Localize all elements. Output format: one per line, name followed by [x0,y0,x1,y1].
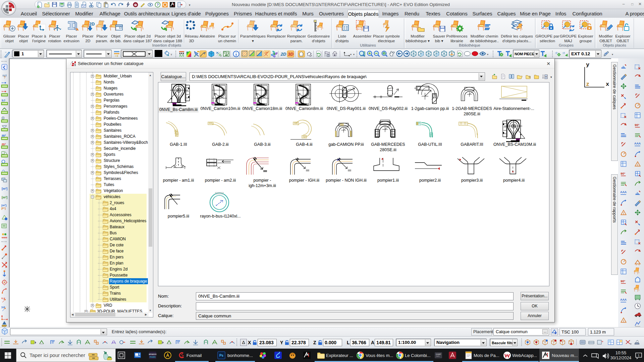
svg-text:y,p: y,p [1,305,5,308]
svg-text:1: 1 [638,354,639,357]
svg-text:[m²]: [m²] [2,187,7,190]
svg-text:?: ? [157,3,159,7]
svg-text:90°: 90° [635,123,639,127]
svg-text:[m²]: [m²] [2,196,7,199]
svg-text:www: www [1,236,7,239]
svg-text:3D: 3D [288,52,293,57]
svg-text:music: music [150,356,156,358]
svg-text:[m²]: [m²] [1,204,6,207]
svg-text:Ps: Ps [219,354,224,357]
svg-text:[F³]: [F³] [1,207,6,210]
svg-text:amazon: amazon [149,353,157,355]
svg-text:z: z [586,81,589,87]
svg-text:GIMP: GIMP [436,353,441,355]
svg-text:x: x [606,81,609,87]
svg-text:AAA: AAA [620,298,627,301]
svg-text:90°: 90° [621,172,625,175]
svg-text:90°: 90° [621,280,625,283]
svg-text:h?: h? [2,99,5,102]
svg-text:AAA: AAA [634,142,641,145]
svg-text:2D: 2D [280,52,286,57]
svg-text:y: y [586,62,589,68]
svg-text:m²: m² [2,134,6,137]
svg-text:?: ? [4,76,6,79]
svg-text:AAA: AAA [620,190,627,194]
svg-text:m²: m² [2,142,6,146]
